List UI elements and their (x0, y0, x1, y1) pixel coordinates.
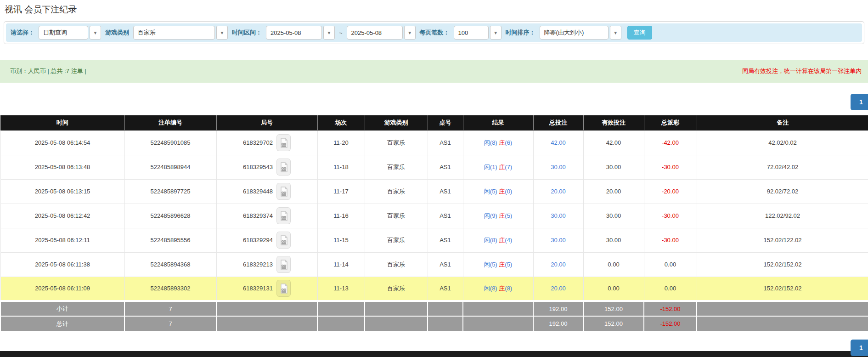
sum-round (216, 316, 317, 331)
column-header: 局号 (216, 115, 317, 130)
video-replay-button[interactable] (276, 134, 291, 151)
table-row: 2025-05-08 06:11:38522485894368618329213… (0, 252, 868, 277)
total-bet-link[interactable]: 20.00 (551, 261, 566, 268)
game-type-select[interactable]: 百家乐 ▼ (133, 26, 228, 40)
chevron-down-icon[interactable]: ▼ (323, 26, 335, 40)
total-row: 总计7192.00152.00-152.00 (0, 316, 868, 331)
total-bet-link[interactable]: 20.00 (551, 188, 566, 195)
cell-bet-id: 522485895556 (124, 228, 216, 252)
video-icon (279, 260, 288, 270)
sort-order-select[interactable]: 降幂(由大到小) ▼ (540, 26, 621, 40)
column-header: 注单编号 (124, 115, 216, 130)
currency-summary-text: 币别：人民币 | 总共 :7 注单 | (10, 67, 86, 75)
cell-round-id: 618329213 (216, 252, 317, 277)
sum-total-bet: 192.00 (533, 316, 583, 331)
total-bet-link[interactable]: 42.00 (551, 139, 566, 146)
sort-order-label: 时间排序： (506, 28, 535, 37)
video-replay-button[interactable] (276, 256, 291, 273)
cell-result: 闲(5) 庄(5) (463, 252, 533, 277)
records-table: 时间注单编号局号场次游戏类别桌号结果总投注有效投注总派彩备注 2025-05-0… (0, 115, 868, 332)
round-id: 618329543 (243, 164, 273, 170)
cell-bet-id: 522485896628 (124, 204, 216, 228)
sum-remark (697, 316, 868, 331)
round-id-wrap: 618329543 (243, 159, 291, 176)
date-from-select[interactable]: 2025-05-08 ▼ (266, 26, 335, 40)
round-id-wrap: 618329374 (243, 207, 291, 224)
payout-value: -20.00 (662, 188, 679, 195)
video-replay-button[interactable] (276, 207, 291, 224)
cell-payout: -20.00 (644, 179, 697, 204)
result-banker-score: (4) (505, 237, 512, 244)
search-button[interactable]: 查询 (627, 26, 652, 40)
sort-order-value[interactable]: 降幂(由大到小) (540, 26, 609, 40)
sum-round (216, 301, 317, 316)
cell-table-no: AS1 (428, 252, 463, 277)
cell-game-type: 百家乐 (365, 130, 428, 155)
chevron-down-icon[interactable]: ▼ (490, 26, 502, 40)
video-icon (279, 283, 288, 294)
result-banker-label: 庄 (499, 212, 505, 219)
date-from-value[interactable]: 2025-05-08 (266, 26, 322, 40)
page-size-value[interactable]: 100 (454, 26, 489, 40)
cell-remark: 152.02/152.02 (697, 277, 868, 301)
cell-time: 2025-05-08 06:11:38 (0, 252, 124, 277)
cell-valid-bet: 30.00 (583, 204, 644, 228)
video-replay-button[interactable] (276, 280, 291, 297)
page-1-button[interactable]: 1 (851, 340, 868, 356)
result-player: 闲(9) (484, 212, 497, 219)
page-size-select[interactable]: 100 ▼ (454, 26, 502, 40)
game-type-value[interactable]: 百家乐 (133, 26, 215, 40)
date-to-select[interactable]: 2025-05-08 ▼ (347, 26, 416, 40)
cell-valid-bet: 0.00 (583, 252, 644, 277)
chevron-down-icon[interactable]: ▼ (610, 26, 621, 40)
sum-count: 7 (124, 301, 216, 316)
sum-count: 7 (124, 316, 216, 331)
chevron-down-icon[interactable]: ▼ (90, 26, 101, 40)
video-replay-button[interactable] (276, 183, 291, 200)
cell-table-no: AS1 (428, 277, 463, 301)
cell-result: 闲(5) 庄(0) (463, 179, 533, 204)
total-bet-link[interactable]: 20.00 (551, 285, 566, 292)
subtotal-row: 小计7192.00152.00-152.00 (0, 301, 868, 316)
sum-table (428, 316, 463, 331)
cell-result: 闲(8) 庄(8) (463, 277, 533, 301)
query-type-select[interactable]: 日期查询 ▼ (39, 26, 101, 40)
cell-remark: 152.02/122.02 (697, 228, 868, 252)
column-header: 时间 (0, 115, 124, 130)
sum-total-bet: 192.00 (533, 301, 583, 316)
query-type-value[interactable]: 日期查询 (39, 26, 88, 40)
cell-time: 2025-05-08 06:13:48 (0, 155, 124, 179)
payout-value: -30.00 (662, 212, 679, 219)
cell-payout: -42.00 (644, 130, 697, 155)
cell-bet-id: 522485898944 (124, 155, 216, 179)
query-type-label: 请选择： (11, 28, 34, 37)
cell-game-type: 百家乐 (365, 277, 428, 301)
round-id: 618329448 (243, 188, 273, 195)
date-to-value[interactable]: 2025-05-08 (347, 26, 403, 40)
cell-total-bet: 30.00 (533, 155, 583, 179)
page-title: 视讯 会员下注纪录 (5, 4, 868, 16)
table-row: 2025-05-08 06:12:11522485895556618329294… (0, 228, 868, 252)
cell-table-no: AS1 (428, 155, 463, 179)
round-id: 618329374 (243, 212, 273, 219)
cell-round-id: 618329294 (216, 228, 317, 252)
total-bet-link[interactable]: 30.00 (551, 212, 566, 219)
result-player: 闲(8) (484, 285, 497, 292)
video-replay-button[interactable] (276, 159, 291, 176)
cell-remark: 152.02/152.02 (697, 252, 868, 277)
total-bet-link[interactable]: 30.00 (551, 237, 566, 244)
total-bet-link[interactable]: 30.00 (551, 164, 566, 170)
sum-valid-bet: 152.00 (583, 316, 644, 331)
sum-remark (697, 301, 868, 316)
table-row: 2025-05-08 06:14:54522485901085618329702… (0, 130, 868, 155)
chevron-down-icon[interactable]: ▼ (216, 26, 228, 40)
table-row: 2025-05-08 06:13:15522485897725618329448… (0, 179, 868, 204)
column-header: 总派彩 (644, 115, 697, 130)
page-1-button[interactable]: 1 (851, 94, 868, 110)
cell-valid-bet: 0.00 (583, 277, 644, 301)
result-banker-score: (5) (505, 212, 512, 219)
chevron-down-icon[interactable]: ▼ (404, 26, 416, 40)
sum-payout-value: -152.00 (660, 306, 680, 312)
cell-remark: 72.02/42.02 (697, 155, 868, 179)
video-replay-button[interactable] (276, 232, 291, 249)
